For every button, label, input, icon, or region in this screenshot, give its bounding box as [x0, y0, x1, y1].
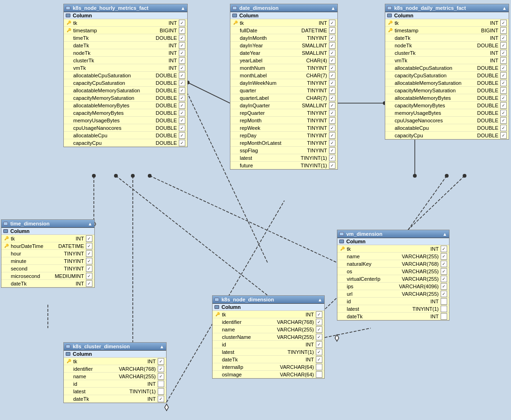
col-checkbox[interactable] — [179, 57, 185, 64]
table-row[interactable]: dateYearSMALLINT — [230, 49, 337, 57]
col-checkbox[interactable] — [329, 132, 336, 139]
table-row[interactable]: osImageVARCHAR(64) — [213, 371, 324, 378]
col-checkbox[interactable] — [329, 110, 336, 116]
col-checkbox[interactable] — [179, 87, 185, 94]
collapse-icon-k8s_cluster_dimension[interactable]: ▲ — [160, 344, 164, 349]
table-row[interactable]: dayInQuarterSMALLINT — [230, 102, 337, 109]
col-checkbox[interactable] — [329, 155, 336, 161]
col-checkbox[interactable] — [86, 273, 92, 279]
table-row[interactable]: allocatableMemorySaturationDOUBLE — [64, 87, 187, 94]
col-checkbox[interactable] — [316, 364, 322, 370]
table-row[interactable]: capacityCpuSaturationDOUBLE — [64, 79, 187, 87]
table-header-k8s_cluster_dimension[interactable]: k8s_cluster_dimension▲ — [64, 343, 166, 351]
col-checkbox[interactable] — [329, 162, 336, 169]
table-row[interactable]: dateTkINT — [385, 34, 509, 42]
col-checkbox[interactable] — [86, 243, 92, 249]
table-row[interactable]: dateTkINT — [64, 395, 166, 403]
table-row[interactable]: repMonthOrLatestTINYINT — [230, 139, 337, 147]
table-row[interactable]: allocatableCpuDOUBLE — [64, 132, 187, 139]
col-checkbox[interactable] — [158, 381, 164, 387]
table-row[interactable]: allocatableMemorySaturationDOUBLE — [385, 79, 509, 87]
table-row[interactable]: osVARCHAR(255) — [337, 268, 449, 275]
col-checkbox[interactable] — [500, 57, 507, 64]
table-row[interactable]: virtualCenterIpVARCHAR(255) — [337, 275, 449, 283]
table-row[interactable]: quarterTINYINT — [230, 87, 337, 94]
table-row[interactable]: repDayTINYINT — [230, 132, 337, 139]
col-checkbox[interactable] — [500, 125, 507, 131]
col-checkbox[interactable] — [329, 20, 336, 26]
table-row[interactable]: 🔑tkINT — [64, 19, 187, 27]
col-checkbox[interactable] — [500, 27, 507, 34]
table-row[interactable]: repMonthTINYINT — [230, 117, 337, 124]
col-checkbox[interactable] — [329, 102, 336, 109]
col-checkbox[interactable] — [441, 261, 447, 267]
table-row[interactable]: identifierVARCHAR(768) — [213, 318, 324, 326]
collapse-icon-k8s_node_daily[interactable]: ▲ — [502, 6, 507, 11]
table-row[interactable]: minuteTINYINT — [1, 257, 94, 265]
collapse-icon-k8s_node_hourly[interactable]: ▲ — [181, 6, 185, 11]
table-row[interactable]: quarterLabelCHAR(7) — [230, 94, 337, 102]
table-row[interactable]: 🔑hourDateTimeDATETIME — [1, 242, 94, 250]
col-checkbox[interactable] — [500, 65, 507, 71]
col-checkbox[interactable] — [179, 65, 185, 71]
col-checkbox[interactable] — [158, 358, 164, 365]
table-row[interactable]: dateTkINT — [213, 356, 324, 363]
table-row[interactable]: allocatableMemoryBytesDOUBLE — [385, 94, 509, 102]
table-row[interactable]: idINT — [213, 341, 324, 348]
col-checkbox[interactable] — [329, 95, 336, 101]
col-checkbox[interactable] — [441, 313, 447, 320]
table-row[interactable]: idINT — [64, 380, 166, 388]
col-checkbox[interactable] — [500, 20, 507, 26]
col-checkbox[interactable] — [179, 110, 185, 116]
table-row[interactable]: fullDateDATETIME — [230, 27, 337, 34]
table-row[interactable]: timeTkDOUBLE — [64, 34, 187, 42]
table-row[interactable]: latestTINYINT(1) — [64, 388, 166, 395]
col-checkbox[interactable] — [329, 147, 336, 154]
table-row[interactable]: nodeTkDOUBLE — [385, 42, 509, 49]
table-row[interactable]: latestTINYINT(1) — [337, 305, 449, 313]
table-header-k8s_node_daily[interactable]: k8s_node_daily_metrics_fact▲ — [385, 4, 509, 12]
col-checkbox[interactable] — [500, 87, 507, 94]
col-checkbox[interactable] — [329, 80, 336, 86]
col-checkbox[interactable] — [179, 27, 185, 34]
col-checkbox[interactable] — [329, 87, 336, 94]
table-row[interactable]: nameVARCHAR(255) — [337, 253, 449, 260]
table-row[interactable]: 🔑tkINT — [1, 235, 94, 242]
table-row[interactable]: yearLabelCHAR(4) — [230, 57, 337, 64]
table-row[interactable]: clusterNameVARCHAR(255) — [213, 333, 324, 341]
table-row[interactable]: repWeekTINYINT — [230, 124, 337, 132]
col-checkbox[interactable] — [86, 250, 92, 257]
col-checkbox[interactable] — [329, 35, 336, 41]
table-row[interactable]: capacityCpuSaturationDOUBLE — [385, 72, 509, 79]
table-row[interactable]: 🔑tkINT — [230, 19, 337, 27]
table-row[interactable]: allocatableMemoryBytesDOUBLE — [64, 102, 187, 109]
table-row[interactable]: cpuUsageNanocoresDOUBLE — [64, 124, 187, 132]
col-checkbox[interactable] — [316, 326, 322, 333]
table-header-k8s_node_hourly[interactable]: k8s_node_hourly_metrics_fact▲ — [64, 4, 187, 12]
col-checkbox[interactable] — [179, 42, 185, 49]
table-row[interactable]: clusterTkINT — [64, 57, 187, 64]
col-checkbox[interactable] — [500, 35, 507, 41]
col-checkbox[interactable] — [179, 117, 185, 124]
table-header-date_dimension[interactable]: date_dimension▲ — [230, 4, 337, 12]
table-row[interactable]: clusterTkINT — [385, 49, 509, 57]
col-checkbox[interactable] — [329, 27, 336, 34]
table-row[interactable]: 🔑tkINT — [64, 358, 166, 365]
col-checkbox[interactable] — [179, 80, 185, 86]
col-checkbox[interactable] — [316, 311, 322, 318]
collapse-icon-time_dimension[interactable]: ▲ — [88, 221, 92, 226]
table-row[interactable]: 🔑tkINT — [337, 245, 449, 253]
table-row[interactable]: internalIpVARCHAR(64) — [213, 363, 324, 371]
table-row[interactable]: sspFlagTINYINT — [230, 147, 337, 154]
table-row[interactable]: latestTINYINT(1) — [230, 154, 337, 162]
col-checkbox[interactable] — [441, 298, 447, 305]
col-checkbox[interactable] — [329, 117, 336, 124]
collapse-icon-vm_dimension[interactable]: ▲ — [442, 232, 447, 237]
table-row[interactable]: nameVARCHAR(255) — [64, 373, 166, 380]
col-checkbox[interactable] — [179, 20, 185, 26]
table-row[interactable]: nodeTkINT — [64, 49, 187, 57]
table-row[interactable]: capacityCpuDOUBLE — [64, 139, 187, 147]
table-row[interactable]: dateTkINT — [64, 42, 187, 49]
col-checkbox[interactable] — [500, 50, 507, 56]
table-row[interactable]: naturalKeyVARCHAR(768) — [337, 260, 449, 268]
